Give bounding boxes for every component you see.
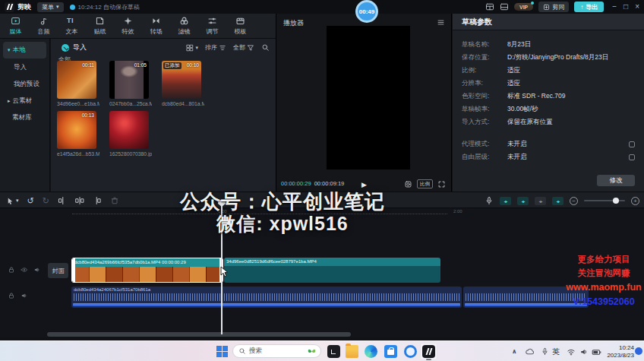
- video-preview[interactable]: [327, 26, 410, 169]
- tab-text[interactable]: TI 文本: [58, 14, 86, 38]
- duration-badge: 01:05: [134, 62, 147, 68]
- audio-clip[interactable]: dcb80ed434a24067b1cf531a70b861a: [71, 287, 462, 308]
- zoom-in-icon[interactable]: +: [631, 197, 639, 205]
- tab-media[interactable]: 媒体: [2, 14, 30, 38]
- link-toggle[interactable]: ◂▸: [535, 197, 546, 205]
- trim-left-icon[interactable]: [58, 196, 67, 205]
- info-icon[interactable]: [629, 141, 635, 147]
- tab-filters[interactable]: 滤镜: [170, 14, 198, 38]
- timeline-zoom-slider[interactable]: [584, 200, 625, 201]
- media-thumbnail[interactable]: 00:11: [57, 61, 96, 99]
- ratio-button[interactable]: 比例: [417, 179, 433, 188]
- record-voiceover-icon[interactable]: [485, 196, 494, 205]
- sidebar-item-cloud[interactable]: ▸ 云素材: [0, 93, 49, 109]
- jianying-taskbar-icon[interactable]: [420, 343, 437, 360]
- export-icon: ↑: [580, 4, 583, 11]
- wifi-icon[interactable]: [567, 347, 576, 356]
- info-icon[interactable]: [629, 154, 635, 160]
- minimize-button[interactable]: −: [612, 0, 617, 14]
- modify-button[interactable]: 修改: [597, 175, 635, 186]
- sort-control[interactable]: 排序: [205, 43, 226, 52]
- field-row-proxy-mode: 代理模式: 未开启: [462, 138, 635, 150]
- timeline-ruler[interactable]: [72, 214, 447, 214]
- tab-templates[interactable]: 模板: [226, 14, 254, 38]
- microsoft-store-icon[interactable]: [384, 345, 397, 358]
- speaker-icon[interactable]: [579, 347, 589, 356]
- menu-button[interactable]: 菜单 ▾: [37, 2, 64, 12]
- auto-snap-toggle[interactable]: ◂▸: [517, 197, 529, 205]
- video-clip-selected[interactable]: dcb80ed434a269b66fcf535a7db0b1a.MP4 00:0…: [71, 258, 223, 283]
- search-icon[interactable]: [261, 43, 270, 52]
- sidebar-item-local[interactable]: ▾ 本地: [3, 42, 46, 59]
- panel-title: 草稿参数: [453, 14, 644, 30]
- sidebar-item-presets[interactable]: 我的预设: [0, 76, 49, 93]
- taskbar-app-icon[interactable]: [327, 345, 340, 358]
- tab-audio[interactable]: 音频: [30, 14, 58, 38]
- close-button[interactable]: ×: [635, 0, 639, 14]
- edge-browser-icon[interactable]: [365, 345, 377, 358]
- microphone-tray-icon[interactable]: [541, 347, 549, 356]
- tab-effects[interactable]: 特效: [114, 14, 142, 38]
- chevron-right-icon: ▸: [8, 98, 11, 104]
- vip-button[interactable]: VIP: [514, 3, 533, 11]
- taskbar-app-icon[interactable]: [404, 345, 417, 358]
- taskbar-date: 2023/8/23: [607, 352, 634, 359]
- horizontal-scrollbar[interactable]: [47, 332, 351, 337]
- filter-control[interactable]: 全部: [233, 43, 254, 52]
- redo-button[interactable]: ↻: [43, 196, 49, 206]
- taskbar-search[interactable]: 搜索: [232, 344, 321, 358]
- layout-panel-icon[interactable]: [485, 2, 494, 11]
- cover-button[interactable]: 封面: [48, 263, 68, 278]
- zoom-out-icon[interactable]: −: [570, 197, 578, 205]
- player-title: 播放器: [283, 18, 304, 28]
- mute-icon[interactable]: [21, 292, 28, 299]
- cut-same-style-button[interactable]: 剪同: [538, 2, 569, 12]
- play-button[interactable]: ▶: [361, 181, 367, 188]
- mute-icon[interactable]: [33, 266, 41, 274]
- player-menu-icon[interactable]: [437, 18, 445, 27]
- notification-badge[interactable]: [635, 347, 642, 355]
- file-explorer-icon[interactable]: [346, 345, 358, 358]
- media-thumbnail[interactable]: [109, 111, 149, 149]
- eye-icon[interactable]: [21, 266, 28, 274]
- main-track-magnet-toggle[interactable]: ◂▸: [500, 197, 511, 205]
- layout-switch-icon[interactable]: [500, 2, 509, 11]
- undo-button[interactable]: ↺: [27, 196, 34, 206]
- sticker-icon: [95, 16, 105, 26]
- audio-clip[interactable]: [463, 287, 589, 308]
- tray-expand-icon[interactable]: ∧: [512, 341, 517, 361]
- ime-indicator[interactable]: 英: [552, 341, 560, 361]
- maximize-button[interactable]: □: [623, 0, 628, 14]
- sort-icon: [219, 44, 226, 52]
- text-icon: TI: [67, 16, 77, 26]
- media-thumbnail[interactable]: 01:05: [109, 61, 149, 99]
- view-mode-toggle[interactable]: ▾: [186, 44, 198, 52]
- sidebar-item-material-library[interactable]: 素材库: [0, 109, 49, 126]
- media-card: 00:13 e14f5a26d...b53.MP4: [57, 111, 99, 157]
- lock-icon[interactable]: [8, 292, 15, 299]
- tab-adjust[interactable]: 调节: [198, 14, 226, 38]
- delete-icon[interactable]: [110, 196, 119, 205]
- trim-right-icon[interactable]: [93, 196, 102, 205]
- windows-start-button[interactable]: [216, 346, 228, 357]
- fullscreen-icon[interactable]: [437, 180, 446, 188]
- slider-thumb[interactable]: [613, 198, 619, 204]
- video-clip[interactable]: 34d96ee0d82519d6df6cee028797e1ba.MP4: [224, 258, 440, 283]
- lock-icon[interactable]: [8, 266, 15, 274]
- split-icon[interactable]: [75, 196, 84, 205]
- snapshot-icon[interactable]: [404, 180, 412, 188]
- select-tool-button[interactable]: ▾: [6, 197, 19, 205]
- duration-badge: 00:13: [82, 112, 94, 118]
- media-thumbnail[interactable]: 00:13: [57, 111, 96, 149]
- trim-handle-left[interactable]: [72, 258, 75, 282]
- tab-transitions[interactable]: 转场: [142, 14, 170, 38]
- preview-axis-toggle[interactable]: ◂▸: [552, 197, 564, 205]
- export-button[interactable]: ↑ 导出: [574, 2, 604, 12]
- import-button[interactable]: 导入: [62, 43, 87, 52]
- media-thumbnail[interactable]: 已添加 00:10: [162, 61, 201, 99]
- battery-icon[interactable]: [592, 347, 601, 357]
- tab-sticker[interactable]: 贴纸: [86, 14, 114, 38]
- cloud-sync-icon[interactable]: [525, 347, 535, 356]
- taskbar-clock[interactable]: 10:24 2023/8/23: [607, 344, 634, 359]
- sidebar-item-import[interactable]: 导入: [0, 59, 49, 76]
